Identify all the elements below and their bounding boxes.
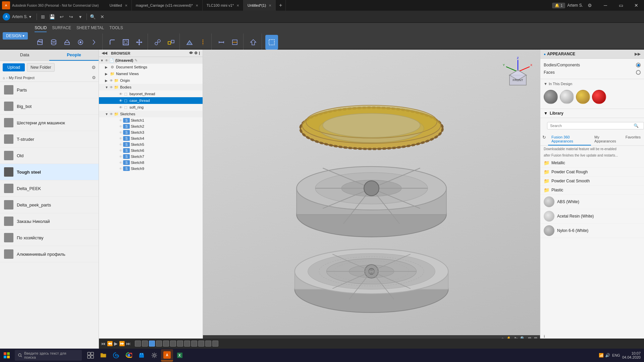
timeline-first-btn[interactable]: ⏮	[101, 341, 106, 346]
lib-tab-fusion360[interactable]: Fusion 360 Appearances	[548, 133, 591, 145]
expand-unsaved[interactable]: ▼	[100, 59, 105, 62]
eye-unsaved[interactable]: 👁	[105, 59, 108, 62]
tree-item-sketch9[interactable]: 👁 S Sketch9	[99, 166, 203, 172]
close-nav-button[interactable]: ✕	[98, 12, 107, 21]
tab-close-magnet[interactable]: ✕	[196, 4, 198, 7]
timeline-step[interactable]	[184, 341, 190, 347]
tree-item-bodies[interactable]: ▼ 👁 📁 Bodies	[99, 84, 203, 90]
notif-btn[interactable]: 🔔 1	[552, 3, 565, 8]
top-user[interactable]: Artem S.	[567, 3, 583, 8]
file-item-gears[interactable]: Шестерни для машинок	[0, 115, 99, 131]
library-search-input[interactable]	[547, 122, 644, 129]
upload-button[interactable]: Upload	[3, 63, 25, 71]
tab-solid[interactable]: SOLID	[35, 24, 47, 32]
eye-sketch3[interactable]: 👁	[119, 131, 122, 134]
eye-sketch2[interactable]: 👁	[119, 125, 122, 128]
tab-untitled-1[interactable]: Untitled*(1) ✕	[244, 0, 276, 11]
timeline-play-btn[interactable]: ▶	[114, 341, 118, 346]
browser-pin-icon[interactable]: |	[199, 51, 200, 55]
taskbar-app-edge[interactable]	[110, 349, 122, 361]
tree-item-softring[interactable]: ▶ 👁 □ soft_ring	[99, 104, 203, 111]
tab-close-tlc100[interactable]: ✕	[236, 4, 239, 7]
tree-item-case-thread[interactable]: ▶ 👁 □ case_thread	[99, 97, 203, 104]
assemble-btn[interactable]	[151, 35, 164, 50]
tab-close-untitled[interactable]: ✕	[125, 4, 127, 7]
eye-sketch6[interactable]: 👁	[119, 149, 122, 153]
eye-sketch8[interactable]: 👁	[119, 161, 122, 165]
taskbar-app-settings[interactable]	[148, 349, 160, 361]
eye-sketch1[interactable]: 👁	[119, 119, 122, 122]
grid-menu-button[interactable]: ⊞	[38, 12, 48, 21]
nav-user-menu[interactable]: A Artem S. ▾	[3, 13, 31, 20]
lib-folder-powder-smooth[interactable]: 📁 Powder Coat Smooth	[540, 177, 644, 186]
eye-sketch4[interactable]: 👁	[119, 137, 122, 140]
lib-folder-plastic[interactable]: 📁 Plastic	[540, 186, 644, 195]
inspect-section-btn[interactable]	[228, 35, 241, 50]
sidebar-tab-data[interactable]: Data	[0, 50, 49, 61]
sidebar-gear-icon[interactable]: ⚙	[92, 65, 96, 70]
create-revolve-btn[interactable]	[74, 35, 87, 50]
taskbar-search[interactable]: Введите здесь текст для поиска	[15, 350, 82, 361]
construct-axis-btn[interactable]	[197, 35, 209, 50]
file-item-old[interactable]: Old	[0, 147, 99, 164]
create-cylinder-btn[interactable]	[47, 35, 60, 50]
timeline-step[interactable]	[142, 341, 148, 347]
construct-plane-btn[interactable]	[183, 35, 196, 50]
modify-shell-btn[interactable]	[119, 35, 132, 50]
timeline-step[interactable]	[156, 341, 162, 347]
create-extrude-btn[interactable]	[61, 35, 73, 50]
new-folder-button[interactable]: New Folder	[27, 63, 55, 72]
sidebar-tab-people[interactable]: People	[49, 50, 99, 61]
browser-eye-icon[interactable]: 👁	[189, 51, 193, 55]
eye-sketch9[interactable]: 👁	[119, 167, 122, 171]
search-nav-button[interactable]: 🔍	[88, 12, 98, 21]
joint-btn[interactable]	[165, 35, 177, 50]
bodies-components-radio[interactable]	[636, 63, 641, 67]
tab-tlc100[interactable]: TLC100 mini v1* ✕	[203, 0, 244, 11]
timeline-prev-btn[interactable]: ⏪	[107, 341, 113, 346]
tree-item-sketch4[interactable]: 👁 S Sketch4	[99, 135, 203, 141]
library-toggle[interactable]: ▼	[544, 111, 548, 116]
project-gear-icon[interactable]: ⚙	[92, 75, 96, 80]
refresh-icon[interactable]: ↻	[540, 133, 548, 145]
tree-item-sketches[interactable]: ▼ 👁 📁 Sketches	[99, 111, 203, 117]
swatch-chrome[interactable]	[560, 90, 574, 104]
tree-item-sketch2[interactable]: 👁 S Sketch2	[99, 123, 203, 129]
eye-bayonet[interactable]: 👁	[119, 92, 122, 96]
tree-item-sketch1[interactable]: 👁 S Sketch1	[99, 117, 203, 123]
taskbar-time[interactable]: 10:07 04.04.2020	[622, 351, 641, 359]
file-item-bigbot[interactable]: Big_bot	[0, 98, 99, 115]
tree-item-bayonet[interactable]: ▶ 👁 □ bayonet_thread	[99, 90, 203, 97]
create-box-btn[interactable]	[34, 35, 47, 50]
eye-sketch5[interactable]: 👁	[119, 143, 122, 146]
view-cube[interactable]: FRONT X Y Z	[501, 55, 535, 88]
expand-bodies[interactable]: ▼	[105, 85, 110, 89]
save-button[interactable]: 💾	[48, 12, 57, 21]
home-icon[interactable]: ⌂	[3, 76, 5, 80]
swatch-gold[interactable]	[576, 90, 590, 104]
undo-button[interactable]: ↩	[57, 12, 66, 21]
top-icon-settings[interactable]: ⚙	[585, 1, 594, 10]
taskbar-app-file-manager[interactable]	[97, 349, 109, 361]
browser-collapse-icon[interactable]: ◀◀	[102, 51, 107, 55]
project-breadcrumb[interactable]: My First Project	[9, 76, 34, 80]
timeline-next-btn[interactable]: ⏩	[119, 341, 125, 346]
redo-button[interactable]: ↪	[66, 12, 76, 21]
file-item-aluminum[interactable]: Алюминиевый профиль	[0, 246, 99, 262]
lib-folder-powder-rough[interactable]: 📁 Powder Coat Rough	[540, 168, 644, 177]
tree-item-docsettings[interactable]: ▶ ⚙ Document Settings	[99, 64, 203, 70]
file-item-deltapeekparts[interactable]: Delta_peek_parts	[0, 197, 99, 213]
timeline-step[interactable]	[163, 341, 169, 347]
lib-folder-metallic[interactable]: 📁 Metallic	[540, 159, 644, 168]
timeline-step[interactable]	[177, 341, 183, 347]
close-button[interactable]: ✕	[629, 0, 644, 11]
taskbar-app-excel[interactable]: X	[174, 349, 186, 361]
eye-sketches[interactable]: 👁	[110, 112, 113, 116]
taskbar-app-task-view[interactable]	[85, 349, 97, 361]
viewport-3d[interactable]: FRONT X Y Z	[203, 50, 540, 342]
eye-bodies[interactable]: 👁	[110, 85, 113, 89]
expand-sketches[interactable]: ▼	[105, 112, 110, 116]
timeline-step[interactable]	[135, 341, 141, 347]
volume-icon[interactable]: 🔊	[605, 353, 610, 358]
file-item-household[interactable]: По хозяйству	[0, 230, 99, 246]
